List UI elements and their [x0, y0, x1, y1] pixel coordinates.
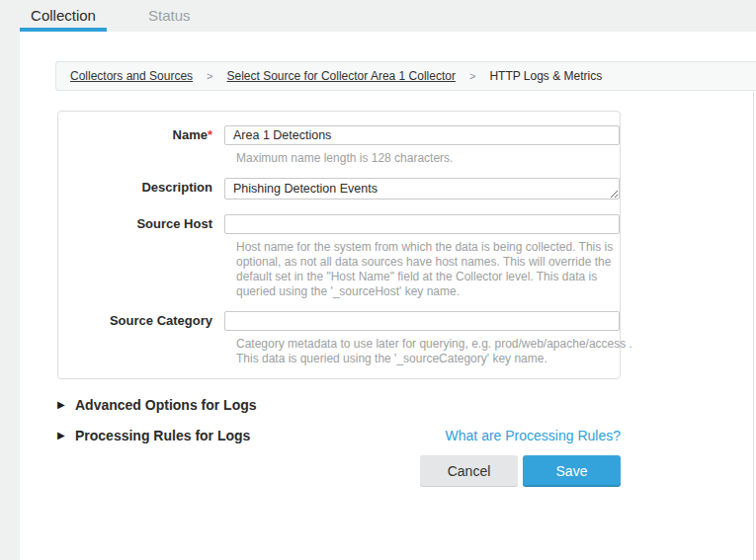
source-category-field-row: Source Category — [58, 311, 620, 331]
advanced-options-toggle[interactable]: ▶ Advanced Options for Logs — [57, 397, 257, 413]
advanced-options-row: ▶ Advanced Options for Logs — [57, 397, 621, 413]
expand-arrow-icon: ▶ — [57, 428, 75, 443]
name-helper-text: Maximum name length is 128 characters. — [236, 151, 635, 166]
breadcrumb-separator-icon: > — [469, 70, 475, 82]
processing-rules-label: Processing Rules for Logs — [75, 428, 250, 443]
breadcrumb-link-collectors-and-sources[interactable]: Collectors and Sources — [70, 69, 193, 83]
tab-collection[interactable]: Collection — [20, 0, 107, 32]
description-field-row: Description Phishing Detection Events — [58, 178, 620, 203]
processing-rules-toggle[interactable]: ▶ Processing Rules for Logs — [57, 428, 250, 443]
description-label: Description — [58, 178, 224, 198]
tab-status-label: Status — [148, 7, 191, 24]
processing-rules-row: ▶ Processing Rules for Logs What are Pro… — [57, 428, 621, 443]
source-host-field-row: Source Host — [58, 214, 620, 234]
breadcrumb-link-select-source[interactable]: Select Source for Collector Area 1 Colle… — [227, 69, 456, 83]
breadcrumb: Collectors and Sources > Select Source f… — [55, 61, 756, 91]
what-are-processing-rules-link[interactable]: What are Processing Rules? — [446, 428, 621, 443]
expand-arrow-icon: ▶ — [57, 397, 75, 413]
source-form-card: Name* Maximum name length is 128 charact… — [57, 111, 621, 379]
name-input[interactable] — [224, 125, 620, 145]
source-host-label: Source Host — [58, 214, 224, 234]
source-category-label: Source Category — [58, 311, 224, 331]
description-textarea[interactable]: Phishing Detection Events — [224, 178, 620, 200]
name-label: Name* — [58, 125, 224, 145]
source-host-input[interactable] — [224, 214, 620, 234]
source-category-input[interactable] — [224, 311, 620, 331]
source-host-helper-text: Host name for the system from which the … — [236, 240, 635, 299]
name-field-row: Name* — [58, 125, 620, 145]
save-button[interactable]: Save — [523, 455, 621, 487]
scrollbar-track[interactable] — [753, 92, 754, 560]
tab-status[interactable]: Status — [136, 0, 203, 32]
required-asterisk: * — [208, 127, 212, 142]
breadcrumb-current-page: HTTP Logs & Metrics — [489, 69, 602, 83]
advanced-options-label: Advanced Options for Logs — [75, 397, 257, 413]
breadcrumb-separator-icon: > — [207, 70, 212, 82]
form-area: Name* Maximum name length is 128 charact… — [57, 111, 621, 487]
source-category-helper-text: Category metadata to use later for query… — [236, 337, 635, 366]
source-config-page: Collection Status Collectors and Sources… — [0, 0, 756, 560]
tab-bar: Collection Status — [0, 0, 756, 32]
tab-collection-label: Collection — [31, 7, 96, 24]
content-panel: Collectors and Sources > Select Source f… — [20, 32, 756, 560]
form-actions: Cancel Save — [57, 455, 621, 487]
cancel-button[interactable]: Cancel — [420, 455, 518, 487]
